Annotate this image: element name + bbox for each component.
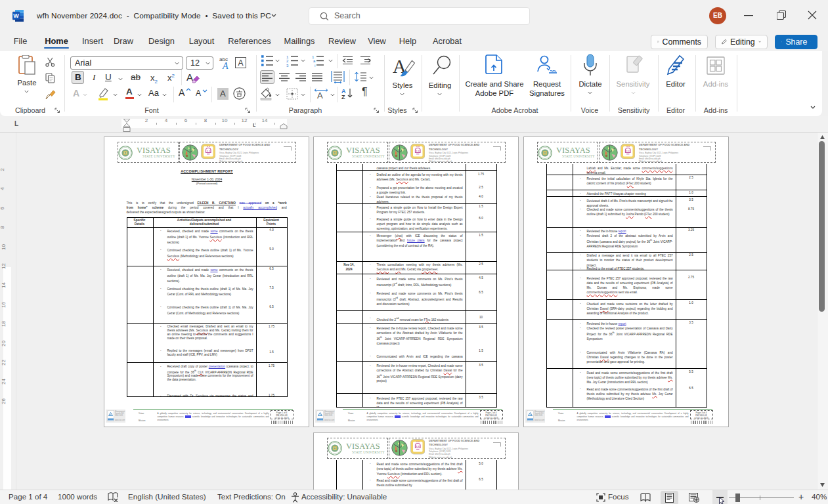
svg-text:3: 3 — [286, 64, 289, 68]
svg-text:a: a — [313, 59, 316, 63]
svg-text:A: A — [186, 72, 193, 83]
svg-text:Z: Z — [341, 94, 345, 100]
svg-text:1: 1 — [312, 55, 315, 59]
svg-text:W: W — [13, 12, 19, 19]
svg-text:A: A — [341, 88, 346, 94]
svg-text:A: A — [317, 91, 323, 100]
svg-text:A: A — [238, 58, 243, 68]
svg-text:2: 2 — [286, 59, 289, 63]
svg-text:A: A — [222, 61, 229, 70]
svg-text:1: 1 — [286, 55, 289, 59]
svg-text:i: i — [315, 64, 315, 68]
